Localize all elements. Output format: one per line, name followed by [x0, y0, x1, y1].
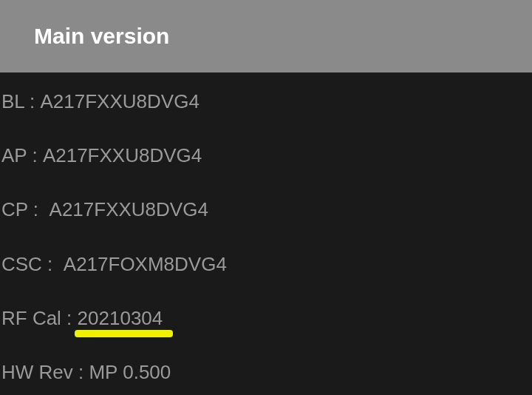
- rfcal-value: 20210304: [78, 307, 163, 330]
- hwrev-label: HW Rev :: [1, 361, 89, 384]
- rfcal-row: RF Cal : 20210304: [1, 300, 532, 337]
- page-title: Main version: [34, 24, 169, 49]
- header-bar: Main version: [0, 0, 532, 72]
- hwrev-row: HW Rev : MP 0.500: [1, 354, 532, 391]
- csc-row: CSC : A217FOXM8DVG4: [1, 246, 532, 283]
- bl-label: BL :: [1, 90, 41, 113]
- bl-row: BL : A217FXXU8DVG4: [1, 83, 532, 121]
- csc-label: CSC :: [1, 253, 64, 276]
- hwrev-value: MP 0.500: [89, 361, 171, 384]
- ap-value: A217FXXU8DVG4: [43, 144, 202, 167]
- cp-value: A217FXXU8DVG4: [50, 198, 208, 221]
- cp-label: CP :: [1, 198, 50, 221]
- ap-row: AP : A217FXXU8DVG4: [1, 137, 532, 175]
- cp-row: CP : A217FXXU8DVG4: [1, 191, 532, 229]
- bl-value: A217FXXU8DVG4: [41, 90, 200, 113]
- ap-label: AP :: [1, 144, 43, 167]
- csc-value: A217FOXM8DVG4: [64, 253, 227, 276]
- rfcal-label: RF Cal :: [1, 307, 78, 330]
- version-info-list: BL : A217FXXU8DVG4 AP : A217FXXU8DVG4 CP…: [0, 72, 532, 391]
